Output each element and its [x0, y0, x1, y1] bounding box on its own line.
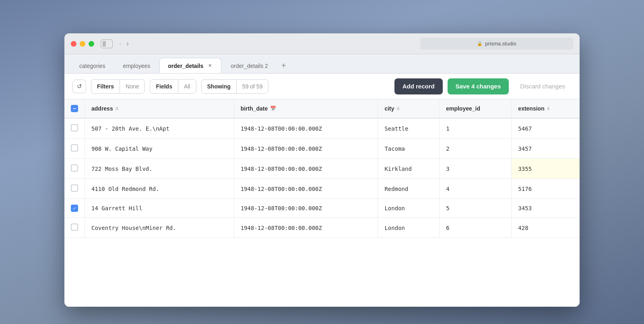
tab-employees-label: employees: [123, 63, 151, 69]
select-all-checkbox[interactable]: −: [71, 105, 78, 112]
table-row: Coventry House\nMiner Rd.1948-12-08T00:0…: [64, 218, 580, 238]
th-city-label: city: [384, 105, 394, 112]
row-extension[interactable]: 3453: [512, 199, 580, 218]
address-bar[interactable]: 🔒 prisma.studio: [420, 38, 573, 50]
row-extension[interactable]: 5467: [512, 118, 580, 139]
table-body: 507 - 20th Ave. E.\nApt1948-12-08T00:00:…: [64, 118, 580, 238]
row-employee-id[interactable]: 2: [440, 139, 512, 159]
filters-value: None: [120, 80, 144, 93]
th-city-type: A: [397, 106, 400, 111]
row-city[interactable]: Seattle: [378, 118, 440, 139]
table-row: 507 - 20th Ave. E.\nApt1948-12-08T00:00:…: [64, 118, 580, 139]
row-checkbox-cell: ✓: [64, 199, 85, 218]
row-checkbox[interactable]: [71, 124, 78, 131]
row-checkbox[interactable]: [71, 224, 78, 231]
tab-order-details-2[interactable]: order_details 2: [222, 58, 277, 73]
row-address[interactable]: Coventry House\nMiner Rd.: [85, 218, 234, 238]
row-extension[interactable]: 428: [512, 218, 580, 238]
nav-arrows: ‹ ›: [119, 39, 129, 48]
th-address-label: address: [91, 105, 113, 112]
th-extension-type: A: [547, 106, 550, 111]
row-checkbox[interactable]: [71, 185, 78, 192]
maximize-button[interactable]: [89, 41, 94, 47]
tab-categories[interactable]: categories: [71, 58, 114, 73]
table-row: 4110 Old Redmond Rd.1948-12-08T00:00:00.…: [64, 179, 580, 199]
th-extension[interactable]: extension A: [512, 99, 580, 118]
minimize-button[interactable]: [80, 41, 85, 47]
table-header-row: − address A birth_date 📅: [64, 99, 580, 118]
sidebar-toggle[interactable]: [101, 39, 113, 48]
row-address[interactable]: 507 - 20th Ave. E.\nApt: [85, 118, 234, 139]
row-checkbox[interactable]: ✓: [71, 205, 78, 212]
row-checkbox-cell: [64, 218, 85, 238]
row-address[interactable]: 4110 Old Redmond Rd.: [85, 179, 234, 199]
tab-close-icon[interactable]: ✕: [206, 63, 213, 69]
refresh-icon: ↺: [77, 83, 82, 90]
filters-group[interactable]: Filters None: [91, 79, 145, 94]
filters-label: Filters: [91, 80, 120, 93]
th-address[interactable]: address A: [85, 99, 234, 118]
th-birth-date[interactable]: birth_date 📅: [234, 99, 378, 118]
back-arrow[interactable]: ‹: [119, 39, 122, 48]
fields-label: Fields: [150, 80, 178, 93]
close-button[interactable]: [71, 41, 76, 47]
row-birth-date[interactable]: 1948-12-08T00:00:00.000Z: [234, 159, 378, 179]
th-extension-label: extension: [518, 105, 544, 112]
showing-label: Showing: [202, 80, 237, 93]
th-employee-id[interactable]: employee_id: [440, 99, 512, 118]
row-birth-date[interactable]: 1948-12-08T00:00:00.000Z: [234, 179, 378, 199]
app-window: ‹ › 🔒 prisma.studio categories employees…: [64, 33, 580, 307]
refresh-button[interactable]: ↺: [72, 80, 86, 93]
row-employee-id[interactable]: 3: [440, 159, 512, 179]
row-address[interactable]: 14 Garrett Hill: [85, 199, 234, 218]
row-employee-id[interactable]: 4: [440, 179, 512, 199]
row-checkbox-cell: [64, 118, 85, 139]
save-changes-button[interactable]: Save 4 changes: [448, 78, 509, 94]
table-row: 722 Moss Bay Blvd.1948-12-08T00:00:00.00…: [64, 159, 580, 179]
th-address-type: A: [116, 106, 118, 111]
tab-add-button[interactable]: +: [277, 58, 290, 73]
showing-value: 59 of 59: [237, 80, 268, 93]
row-birth-date[interactable]: 1948-12-08T00:00:00.000Z: [234, 118, 378, 139]
row-city[interactable]: Tacoma: [378, 139, 440, 159]
row-employee-id[interactable]: 5: [440, 199, 512, 218]
row-birth-date[interactable]: 1948-12-08T00:00:00.000Z: [234, 218, 378, 238]
tab-order-details[interactable]: order_details ✕: [159, 58, 221, 73]
row-extension[interactable]: 3457: [512, 139, 580, 159]
traffic-lights: [71, 41, 94, 47]
add-record-button[interactable]: Add record: [394, 78, 443, 94]
discard-changes-button[interactable]: Discard changes: [514, 78, 572, 94]
row-birth-date[interactable]: 1948-12-08T00:00:00.000Z: [234, 139, 378, 159]
row-city[interactable]: London: [378, 199, 440, 218]
th-birth-date-icon: 📅: [270, 106, 276, 111]
url-text: prisma.studio: [485, 41, 516, 47]
row-extension[interactable]: 5176: [512, 179, 580, 199]
tab-order-details-label: order_details: [168, 63, 203, 69]
row-checkbox-cell: [64, 179, 85, 199]
row-checkbox[interactable]: [71, 144, 78, 152]
th-city[interactable]: city A: [378, 99, 440, 118]
row-birth-date[interactable]: 1948-12-08T00:00:00.000Z: [234, 199, 378, 218]
row-address[interactable]: 908 W. Capital Way: [85, 139, 234, 159]
row-address[interactable]: 722 Moss Bay Blvd.: [85, 159, 234, 179]
row-city[interactable]: Kirkland: [378, 159, 440, 179]
row-employee-id[interactable]: 1: [440, 118, 512, 139]
tab-employees[interactable]: employees: [115, 58, 159, 73]
toolbar: ↺ Filters None Fields All Showing 59 of …: [64, 74, 580, 99]
row-checkbox-cell: [64, 139, 85, 159]
forward-arrow[interactable]: ›: [126, 39, 129, 48]
row-employee-id[interactable]: 6: [440, 218, 512, 238]
row-checkbox-cell: [64, 159, 85, 179]
row-city[interactable]: London: [378, 218, 440, 238]
row-checkbox[interactable]: [71, 164, 78, 172]
row-extension[interactable]: 3355: [512, 159, 580, 179]
fields-group[interactable]: Fields All: [150, 79, 196, 94]
fields-value: All: [178, 80, 196, 93]
table-row: ✓14 Garrett Hill1948-12-08T00:00:00.000Z…: [64, 199, 580, 218]
table-row: 908 W. Capital Way1948-12-08T00:00:00.00…: [64, 139, 580, 159]
data-table: − address A birth_date 📅: [64, 99, 580, 238]
row-city[interactable]: Redmond: [378, 179, 440, 199]
th-employee-id-label: employee_id: [446, 105, 480, 112]
th-checkbox: −: [64, 99, 85, 118]
tabbar: categories employees order_details ✕ ord…: [64, 54, 580, 74]
